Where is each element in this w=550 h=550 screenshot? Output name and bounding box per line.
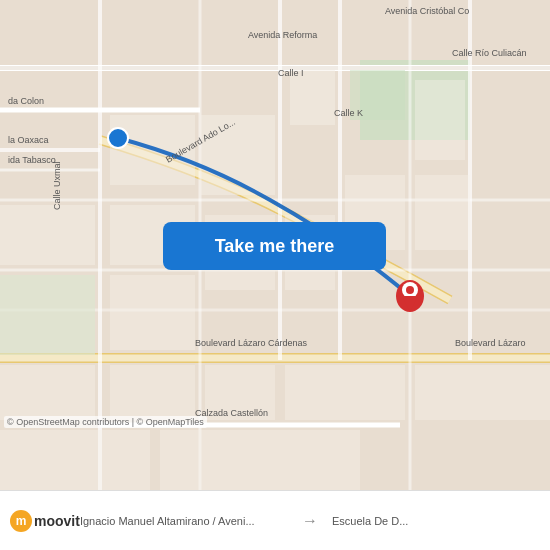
take-me-there-button[interactable]: Take me there (163, 222, 386, 270)
svg-rect-37 (0, 430, 150, 490)
svg-rect-38 (160, 430, 360, 490)
svg-rect-31 (415, 80, 465, 160)
map-container: Avenida Cristóbal Co Avenida Reforma da … (0, 0, 550, 490)
svg-text:Avenida Cristóbal Co: Avenida Cristóbal Co (385, 6, 469, 16)
svg-rect-32 (0, 365, 95, 420)
moovit-logo: m moovit (10, 510, 80, 532)
footer-arrow-icon: → (302, 512, 318, 530)
moovit-logo-text: moovit (34, 513, 80, 529)
svg-rect-33 (110, 365, 195, 420)
svg-rect-26 (110, 275, 195, 350)
svg-rect-22 (290, 70, 335, 125)
svg-rect-24 (0, 205, 95, 265)
svg-text:Calle I: Calle I (278, 68, 304, 78)
svg-point-52 (108, 128, 128, 148)
svg-text:da Colon: da Colon (8, 96, 44, 106)
svg-rect-25 (0, 275, 95, 355)
footer-route: Ignacio Manuel Altamirano / Aveni... → E… (80, 512, 540, 530)
svg-text:la Oaxaca: la Oaxaca (8, 135, 49, 145)
svg-rect-35 (285, 365, 405, 420)
footer-route-from: Ignacio Manuel Altamirano / Aveni... (80, 515, 288, 527)
footer-bar: m moovit Ignacio Manuel Altamirano / Ave… (0, 490, 550, 550)
map-attribution: © OpenStreetMap contributors | © OpenMap… (4, 416, 207, 428)
svg-text:Calle Río Culiacán: Calle Río Culiacán (452, 48, 527, 58)
svg-text:Boulevard Lázaro Cárdenas: Boulevard Lázaro Cárdenas (195, 338, 308, 348)
svg-point-55 (406, 286, 414, 294)
svg-text:ida Tabasco: ida Tabasco (8, 155, 56, 165)
footer-route-to: Escuela De D... (332, 515, 540, 527)
svg-text:Boulevard Lázaro: Boulevard Lázaro (455, 338, 526, 348)
svg-text:Calle K: Calle K (334, 108, 363, 118)
moovit-logo-icon: m (10, 510, 32, 532)
svg-rect-30 (415, 175, 470, 250)
svg-text:Calle Uxmal: Calle Uxmal (52, 161, 62, 210)
svg-text:Avenida Reforma: Avenida Reforma (248, 30, 317, 40)
svg-rect-36 (415, 365, 550, 420)
